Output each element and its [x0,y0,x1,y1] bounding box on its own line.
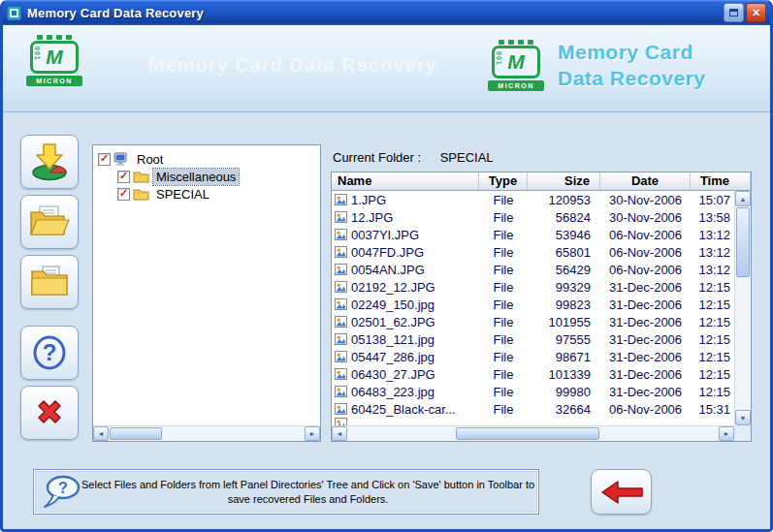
checked-checkbox[interactable]: ✓ [117,188,130,201]
file-date: 31-Dec-2006 [600,385,691,399]
file-hscroll-track[interactable] [347,426,719,441]
column-header-type[interactable]: Type [479,172,528,190]
directory-tree-panel: ✓ Root ✓ Miscellaneous ✓ SPECIAL [92,144,321,442]
file-date: 31-Dec-2006 [600,280,691,295]
scroll-down-icon[interactable]: ▼ [735,410,751,425]
file-type: File [479,228,528,242]
product-title-line1: Memory Card [558,39,705,65]
check-icon: ✓ [119,171,128,181]
maximize-icon [729,9,738,16]
file-name: 1.JPG [351,193,386,207]
tree-item-special[interactable]: ✓ SPECIAL [93,185,320,203]
save-icon [29,141,70,182]
image-file-icon [335,298,347,310]
exit-button[interactable] [20,386,79,440]
file-date: 31-Dec-2006 [600,332,691,347]
current-folder-label: Current Folder : [333,150,421,165]
file-vscroll-thumb[interactable] [736,207,750,277]
file-date: 06-Nov-2006 [600,263,691,277]
file-size: 53946 [528,228,600,242]
maximize-button[interactable] [724,3,744,22]
exit-cross-icon [30,393,69,432]
file-hscroll-thumb[interactable] [456,427,599,440]
file-name: 02501_62.JPG [351,315,435,329]
app-window: Memory Card Data Recovery × 001 M MICRON… [0,0,773,532]
file-row[interactable]: 0054AN.JPGFile5642906-Nov-200613:12 [332,261,751,278]
file-name: 0054AN.JPG [351,263,425,277]
file-list-horizontal-scrollbar[interactable]: ◄ ► [332,425,734,441]
recover-folder-button[interactable] [20,255,79,309]
save-button[interactable] [20,135,79,189]
chip-pins-icon [26,35,82,40]
help-button[interactable]: ? [20,326,79,380]
file-name: 06430_27.JPG [351,367,435,382]
image-file-icon [335,264,347,275]
file-name-cell: 02192_12.JPG [332,280,479,295]
file-row-partial[interactable] [332,418,751,425]
close-button[interactable]: × [746,3,766,22]
file-date: 31-Dec-2006 [600,315,691,329]
tree-hscroll-track[interactable] [109,426,305,441]
scroll-right-icon[interactable]: ► [305,426,320,441]
logo-name: MICRON [488,80,544,91]
back-button[interactable] [591,469,652,515]
column-header-time[interactable]: Time [691,172,751,190]
tree-item-root[interactable]: ✓ Root [93,150,320,168]
file-date: 31-Dec-2006 [600,350,691,364]
scroll-left-icon[interactable]: ◄ [93,426,109,441]
image-file-icon [335,351,347,362]
open-folder-button[interactable] [20,195,79,249]
file-row[interactable]: 06483_223.jpgFile9998031-Dec-200612:15 [332,383,751,400]
scroll-left-icon[interactable]: ◄ [332,426,347,441]
column-header-date[interactable]: Date [600,172,691,190]
svg-text:?: ? [58,480,68,496]
check-icon: ✓ [119,188,128,199]
file-row[interactable]: 0037YI.JPGFile5394606-Nov-200613:12 [332,226,751,243]
window-title: Memory Card Data Recovery [27,6,204,20]
file-vscroll-track[interactable] [735,206,751,410]
column-header-name[interactable]: Name [332,172,479,190]
file-size: 56429 [528,263,600,277]
image-file-icon [335,316,347,328]
file-row[interactable]: 02192_12.JPGFile9932931-Dec-200612:15 [332,278,751,296]
file-row[interactable]: 0047FD.JPGFile6580106-Nov-200613:12 [332,243,751,261]
directory-tree: ✓ Root ✓ Miscellaneous ✓ SPECIAL [93,145,320,425]
file-size: 101339 [528,367,600,382]
file-list-vertical-scrollbar[interactable]: ▲ ▼ [734,191,751,425]
scroll-up-icon[interactable]: ▲ [735,191,751,206]
file-name-cell: 0047FD.JPG [332,245,479,260]
file-row[interactable]: 02249_150.jpgFile9982331-Dec-200612:15 [332,296,751,313]
column-header-size[interactable]: Size [528,172,600,190]
scroll-right-icon[interactable]: ► [719,426,734,441]
file-size: 120953 [528,193,600,207]
tree-item-miscellaneous[interactable]: ✓ Miscellaneous [93,168,320,185]
checked-checkbox[interactable]: ✓ [98,153,111,166]
product-title-line2: Data Recovery [558,65,705,91]
file-row[interactable]: 12.JPGFile5682430-Nov-200613:58 [332,208,751,226]
file-row[interactable]: 1.JPGFile12095330-Nov-200615:07 [332,191,751,208]
image-file-icon [335,194,347,205]
file-row[interactable]: 60425_Black-car...File3266406-Nov-200615… [332,400,751,418]
checked-checkbox[interactable]: ✓ [117,171,130,183]
file-name: 02192_12.JPG [351,280,435,295]
file-name-cell: 0054AN.JPG [332,263,479,277]
file-row[interactable]: 05447_286.jpgFile9867131-Dec-200612:15 [332,348,751,365]
chip-icon: 001 M [492,46,540,78]
file-list-header: Name Type Size Date Time [332,172,751,191]
micron-logo: 001 M MICRON [488,40,544,91]
instruction-box: ? Select Files and Folders from left Pan… [33,469,539,515]
file-name: 05447_286.jpg [351,350,435,364]
file-date: 31-Dec-2006 [600,367,691,382]
file-size: 56824 [528,210,600,225]
file-row[interactable]: 06430_27.JPGFile10133931-Dec-200612:15 [332,365,751,383]
file-row[interactable]: 02501_62.JPGFile10195531-Dec-200612:15 [332,313,751,330]
current-folder-value: SPECIAL [440,150,494,165]
logo-letter: M [507,50,525,74]
file-type: File [479,210,528,225]
file-name-cell: 1.JPG [332,193,479,207]
image-file-icon [335,403,347,415]
tree-horizontal-scrollbar[interactable]: ◄ ► [93,425,320,441]
file-row[interactable]: 05138_121.jpgFile9755531-Dec-200612:15 [332,330,751,348]
tree-hscroll-thumb[interactable] [110,427,162,440]
file-name-cell: 05447_286.jpg [332,350,479,364]
